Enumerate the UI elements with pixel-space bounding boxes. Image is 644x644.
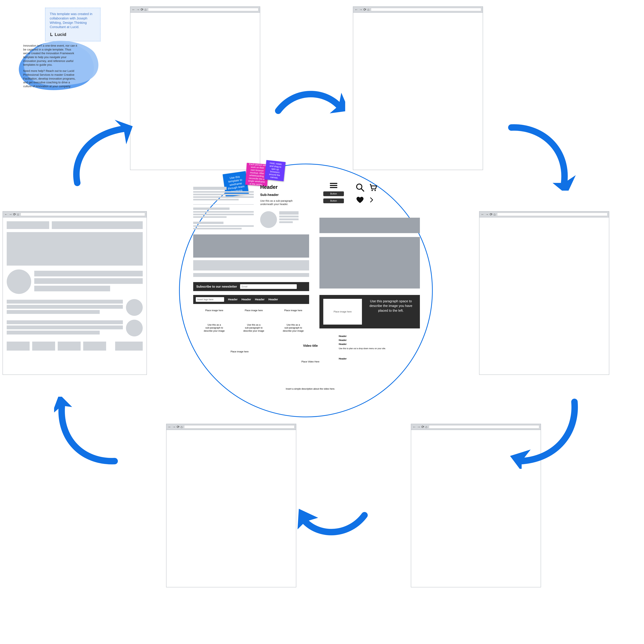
cart-icon[interactable] bbox=[368, 183, 378, 192]
caption-line: sub-paragraph to bbox=[277, 326, 309, 329]
back-icon[interactable]: ← bbox=[4, 212, 8, 216]
home-icon[interactable]: ⌂ bbox=[425, 425, 428, 429]
image-card: Place image here Use this as a sub-parag… bbox=[198, 309, 230, 332]
kit-icon-row bbox=[355, 183, 384, 204]
hero-image-text-block: Place image here Use this paragraph spac… bbox=[319, 295, 420, 328]
button-primary[interactable]: Button bbox=[323, 198, 344, 203]
kit-image-cards-row: Place image here Use this as a sub-parag… bbox=[198, 309, 309, 332]
reload-icon[interactable]: ⟳ bbox=[177, 425, 180, 429]
dropdown-header[interactable]: Header bbox=[339, 335, 411, 338]
browser-chrome: ← → ⟳ ⌂ bbox=[353, 7, 483, 13]
kit-banner-top bbox=[319, 218, 420, 233]
nav-item[interactable]: Header bbox=[255, 298, 265, 301]
flow-arrow-4 bbox=[510, 397, 582, 469]
svg-line-1 bbox=[361, 189, 364, 191]
browser-body[interactable] bbox=[479, 217, 609, 375]
text-line-placeholder bbox=[34, 278, 143, 284]
thumb-placeholder bbox=[126, 320, 143, 336]
browser-nav-icons: ← → ⟳ ⌂ bbox=[481, 212, 496, 216]
placeholder-block bbox=[52, 221, 143, 229]
kit-video-block: Video title Place Video Here Insert a si… bbox=[283, 344, 337, 390]
home-icon[interactable]: ⌂ bbox=[494, 212, 496, 216]
image-card-caption: Use this as a sub-paragraph to describe … bbox=[198, 323, 230, 332]
svg-point-3 bbox=[374, 190, 376, 191]
hamburger-icon[interactable] bbox=[330, 183, 337, 189]
forward-icon[interactable]: → bbox=[9, 212, 12, 216]
dropdown-header[interactable]: Header bbox=[339, 357, 411, 360]
browser-nav-icons: ← → ⟳ ⌂ bbox=[413, 425, 428, 429]
footer-tile bbox=[83, 342, 106, 351]
back-icon[interactable]: ← bbox=[413, 425, 416, 429]
home-icon[interactable]: ⌂ bbox=[145, 8, 147, 12]
dropdown-header[interactable]: Header bbox=[339, 343, 411, 346]
back-icon[interactable]: ← bbox=[132, 8, 135, 12]
forward-icon[interactable]: → bbox=[172, 425, 176, 429]
subparagraph-label: Use this as a sub-paragraph underneath y… bbox=[260, 199, 301, 206]
forward-icon[interactable]: → bbox=[136, 8, 140, 12]
video-title: Video title bbox=[283, 344, 337, 348]
wireframe-component-kit: Header Sub-header Use this as a sub-para… bbox=[193, 179, 422, 410]
image-card-caption: Use this as a sub-paragraph to describe … bbox=[238, 323, 270, 332]
dropdown-header[interactable]: Header bbox=[339, 339, 411, 342]
back-icon[interactable]: ← bbox=[481, 212, 485, 216]
flow-arrow-3 bbox=[504, 118, 576, 191]
text-line-placeholder bbox=[279, 216, 299, 217]
text-line-placeholder bbox=[193, 211, 254, 213]
lucid-logo-icon bbox=[50, 32, 54, 36]
home-icon[interactable]: ⌂ bbox=[367, 8, 370, 12]
browser-mockup-6-populated[interactable]: ← → ⟳ ⌂ bbox=[3, 211, 147, 375]
url-bar[interactable] bbox=[497, 213, 607, 216]
caption-line: Use this as a bbox=[198, 323, 230, 326]
button-primary[interactable]: Button bbox=[323, 191, 344, 196]
reload-icon[interactable]: ⟳ bbox=[490, 212, 493, 216]
text-line-placeholder bbox=[193, 222, 223, 224]
footer-tile bbox=[32, 342, 55, 351]
browser-mockup-2[interactable]: ← → ⟳ ⌂ bbox=[353, 6, 483, 170]
browser-chrome: ← → ⟳ ⌂ bbox=[3, 211, 147, 217]
sticky-note-tertiary[interactable]: Hold, rotate and drag to spin up browser… bbox=[264, 160, 286, 181]
intro-blob: Innovation isn't a one-time event, nor c… bbox=[14, 39, 104, 90]
browser-body[interactable] bbox=[166, 430, 296, 587]
text-line-placeholder bbox=[7, 325, 123, 329]
back-icon[interactable]: ← bbox=[355, 8, 358, 12]
nav-item[interactable]: Header bbox=[228, 298, 238, 301]
caption-line: describe your image bbox=[198, 329, 230, 332]
browser-body[interactable] bbox=[130, 13, 260, 170]
back-icon[interactable]: ← bbox=[168, 425, 172, 429]
forward-icon[interactable]: → bbox=[485, 212, 489, 216]
heart-icon[interactable] bbox=[355, 196, 365, 204]
browser-mockup-5[interactable]: ← → ⟳ ⌂ bbox=[166, 424, 296, 587]
forward-icon[interactable]: → bbox=[417, 425, 421, 429]
caption-line: describe your image bbox=[277, 329, 309, 332]
thumb-placeholder bbox=[126, 299, 143, 316]
reload-icon[interactable]: ⟳ bbox=[363, 8, 367, 12]
button-label: Button bbox=[330, 200, 337, 202]
browser-mockup-3[interactable]: ← → ⟳ ⌂ bbox=[479, 211, 609, 375]
forward-icon[interactable]: → bbox=[359, 8, 363, 12]
browser-body[interactable] bbox=[3, 217, 147, 375]
reload-icon[interactable]: ⟳ bbox=[141, 8, 144, 12]
url-bar[interactable] bbox=[371, 8, 481, 11]
flow-arrow-2 bbox=[273, 85, 345, 126]
kit-left-column bbox=[193, 187, 254, 230]
browser-mockup-1[interactable]: ← → ⟳ ⌂ bbox=[130, 6, 260, 170]
nav-item[interactable]: Header bbox=[268, 298, 278, 301]
logo-slot: Insert logo here bbox=[196, 297, 224, 302]
url-bar[interactable] bbox=[184, 425, 294, 428]
browser-chrome: ← → ⟳ ⌂ bbox=[130, 7, 260, 13]
reload-icon[interactable]: ⟳ bbox=[13, 212, 16, 216]
text-line-placeholder bbox=[279, 211, 299, 215]
chevron-right-icon[interactable] bbox=[368, 196, 375, 204]
url-bar[interactable] bbox=[148, 8, 258, 11]
newsletter-email-input[interactable]: Email bbox=[240, 284, 297, 289]
search-icon[interactable] bbox=[355, 183, 365, 192]
hero-paragraph: Use this paragraph space to describe the… bbox=[366, 299, 416, 313]
hero-image-slot: Place image here bbox=[323, 299, 362, 325]
home-icon[interactable]: ⌂ bbox=[17, 212, 19, 216]
footer-tile bbox=[58, 342, 81, 351]
nav-item[interactable]: Header bbox=[241, 298, 251, 301]
reload-icon[interactable]: ⟳ bbox=[421, 425, 425, 429]
browser-body[interactable] bbox=[353, 13, 483, 170]
url-bar[interactable] bbox=[21, 213, 145, 216]
home-icon[interactable]: ⌂ bbox=[181, 425, 183, 429]
